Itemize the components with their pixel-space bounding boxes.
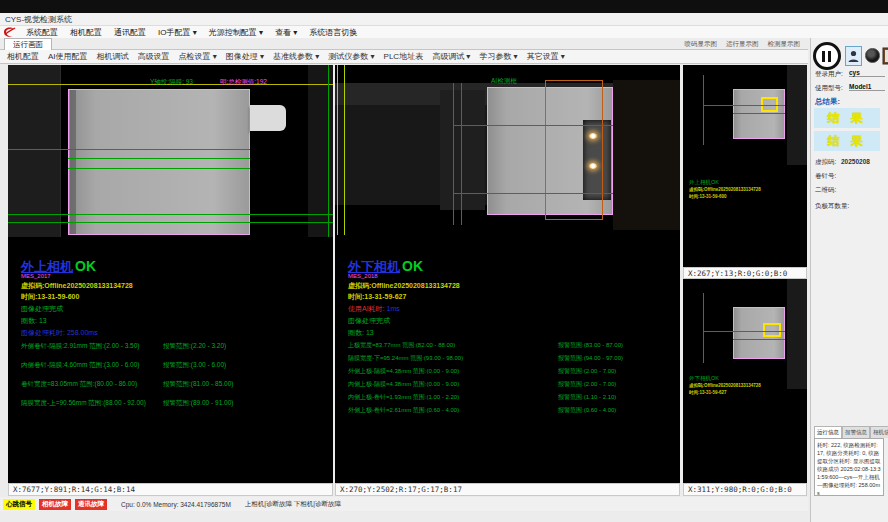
measurement-text: 外侧卷针-隔膜:2.91mm 范围:(2.00 - 3.50) bbox=[21, 342, 163, 351]
measurement-row: 外侧上极-卷针=2.61mm 范围:(0.60 - 4.00)报警范围:(0.6… bbox=[348, 404, 623, 417]
machine-frame-right bbox=[308, 65, 333, 237]
menu-item-light-config[interactable]: 光源控制配置 ▾ bbox=[203, 27, 269, 38]
measure-line bbox=[8, 222, 333, 223]
virtual-code-line: 虚拟码:Offline20250208133134728 bbox=[21, 281, 133, 291]
measure-line bbox=[68, 168, 250, 169]
camera-name: 外下相机 bbox=[348, 259, 400, 274]
toolbar-spot-check[interactable]: 点检设置 ▾ bbox=[179, 51, 217, 62]
upper-camera-thumbnail[interactable]: 外上相机OK 虚拟码:Offline20250208133134728 时间:1… bbox=[683, 65, 807, 267]
toolbar-advanced-settings[interactable]: 高级设置 bbox=[138, 51, 170, 62]
toolbar-ai-config[interactable]: AI使用配置 bbox=[48, 51, 88, 62]
measurement-row: 上极宽度=83.77mm 范围:(82.00 - 88.00)报警范围:(83.… bbox=[348, 339, 623, 352]
toolbar-baseline-params[interactable]: 基准线参数 ▾ bbox=[273, 51, 319, 62]
pause-bar bbox=[828, 51, 831, 62]
app-logo-icon bbox=[3, 27, 16, 38]
hint-detect-display[interactable]: 检测显示图 bbox=[768, 40, 801, 49]
toolbar: 相机配置 AI使用配置 相机调试 高级设置 点检设置 ▾ 图像处理 ▾ 基准线参… bbox=[0, 50, 808, 64]
menu-item-system-config[interactable]: 系统配置 bbox=[20, 27, 64, 38]
measure-line bbox=[8, 214, 333, 215]
measurement-text: 隔膜宽度-下=95.24mm 范围:(93.00 - 98.00) bbox=[348, 354, 558, 363]
measurement-row: 内侧上极-卷针=1.93mm 范围:(1.00 - 2.20)报警范围:(1.1… bbox=[348, 391, 623, 404]
menu-item-language-switch[interactable]: 系统语言切换 bbox=[303, 27, 363, 38]
toolbar-tester-params[interactable]: 测试仪参数 ▾ bbox=[328, 51, 374, 62]
measurement-alarm: 报警范围:(2.00 - 7.00) bbox=[558, 380, 616, 389]
image-label-green: Y轴投:隔膜: 93 bbox=[150, 78, 193, 87]
measure-line bbox=[733, 339, 785, 340]
pause-bar bbox=[822, 51, 825, 62]
measurement-row: 隔膜宽度-下=95.24mm 范围:(93.00 - 98.00)报警范围:(9… bbox=[348, 352, 623, 365]
measure-line-vertical bbox=[453, 83, 454, 225]
measurement-text: 外侧上极-卷针=2.61mm 范围:(0.60 - 4.00) bbox=[348, 406, 558, 415]
edge-line-yellow bbox=[344, 65, 345, 235]
menu-item-comm-config[interactable]: 通讯配置 bbox=[108, 27, 152, 38]
toolbar-learning-params[interactable]: 学习参数 ▾ bbox=[479, 51, 517, 62]
measurement-text: 卷针宽度=83.05mm 范围:(80.00 - 86.00) bbox=[21, 380, 163, 389]
measurement-row: 内侧上极-隔膜=4.38mm 范围:(0.00 - 9.00)报警范围:(2.0… bbox=[348, 378, 623, 391]
virtual-code-value: 20250208 bbox=[841, 158, 870, 165]
toolbar-image-processing[interactable]: 图像处理 ▾ bbox=[226, 51, 264, 62]
lens-button[interactable] bbox=[865, 48, 880, 63]
measure-line bbox=[453, 125, 613, 126]
menu-item-io-config[interactable]: IO手配置 ▾ bbox=[152, 27, 203, 38]
camera-name: 外上相机 bbox=[21, 259, 73, 274]
hint-code-display[interactable]: 喷码显示图 bbox=[685, 40, 718, 49]
measure-line bbox=[453, 193, 613, 194]
measurement-text: 内侧上极-卷针=1.93mm 范围:(1.00 - 2.20) bbox=[348, 393, 558, 402]
upper-camera-coords: X:7677;Y:891;R:14;G:14;B:14 bbox=[8, 483, 333, 496]
exit-button[interactable] bbox=[882, 46, 888, 65]
log-tab-camera-info[interactable]: 相机信息 bbox=[870, 426, 888, 438]
machine-frame bbox=[787, 65, 807, 165]
result-badge-lower: 结 果 bbox=[814, 131, 880, 151]
ai-cost-value: 1ms bbox=[387, 305, 400, 312]
toolbar-camera-debug[interactable]: 相机调试 bbox=[97, 51, 129, 62]
window-title: CYS-视觉检测系统 bbox=[5, 14, 72, 25]
tab-run-screen[interactable]: 运行画面 bbox=[4, 38, 52, 50]
pin-number-label: 卷针号: bbox=[815, 172, 836, 181]
mes-line: MES_2018 bbox=[348, 273, 378, 279]
menu-item-camera-config[interactable]: 相机配置 bbox=[64, 27, 108, 38]
virtual-code-line: 虚拟码:Offline20250208133134728 bbox=[348, 281, 460, 291]
menu-item-view[interactable]: 查看 ▾ bbox=[269, 27, 303, 38]
hint-run-display[interactable]: 运行显示图 bbox=[726, 40, 759, 49]
log-tab-run-info[interactable]: 运行信息 bbox=[814, 426, 842, 438]
pause-button[interactable] bbox=[813, 42, 841, 70]
login-user-value: cys bbox=[849, 69, 885, 77]
tab-strip: 运行画面 喷码显示图 运行显示图 检测显示图 bbox=[0, 38, 808, 50]
mes-line: MES_2017 bbox=[21, 273, 51, 279]
model-value: Model1 bbox=[849, 83, 885, 91]
result-ok-badge: OK bbox=[75, 258, 96, 274]
camera-fault-badge: 相机故障 bbox=[39, 499, 71, 510]
log-tab-alarm-info[interactable]: 报警信息 bbox=[842, 426, 870, 438]
toolbar-camera-config[interactable]: 相机配置 bbox=[7, 51, 39, 62]
tab-run-screen-label: 运行画面 bbox=[13, 40, 43, 50]
measurement-row: 外侧卷针-隔膜:2.91mm 范围:(2.00 - 3.50)报警范围:(2.2… bbox=[21, 337, 233, 356]
toolbar-other-settings[interactable]: 其它设置 ▾ bbox=[527, 51, 565, 62]
user-login-button[interactable] bbox=[845, 46, 862, 66]
qr-code-label: 二维码: bbox=[815, 186, 836, 195]
lower-thumbnail-coords: X:311;Y:980;R:0;G:0;B:0 bbox=[683, 483, 807, 496]
turns-line: 圈数: 13 bbox=[21, 316, 47, 326]
log-output[interactable]: 耗时: 222, 纹路检测耗时: 17, 纹路分类耗时: 0, 纹路提取分区耗时… bbox=[814, 438, 884, 496]
measurement-text: 上极宽度=83.77mm 范围:(82.00 - 88.00) bbox=[348, 341, 558, 350]
highlight-box bbox=[763, 323, 781, 337]
upper-camera-view[interactable]: Y轴投:隔膜: 93 明:总检测值:192 外上相机OK MES_2017 虚拟… bbox=[8, 65, 333, 483]
camera-diagnostic-status: 上相机|诊断故障 下相机|诊断故障 bbox=[245, 500, 341, 509]
lower-camera-thumbnail[interactable]: 外下相机OK 虚拟码:Offline20250208133134728 时间:1… bbox=[683, 279, 807, 483]
ai-detection-box bbox=[545, 80, 603, 220]
model-label: 使用型号: bbox=[815, 84, 843, 93]
machine-frame bbox=[787, 279, 807, 389]
window-title-bar: CYS-视觉检测系统 bbox=[0, 13, 888, 26]
toolbar-advanced-debug[interactable]: 高级调试 ▾ bbox=[432, 51, 470, 62]
thumb-title: 外下相机OK bbox=[689, 375, 719, 382]
thumb-time-line: 时间:13-31-59-627 bbox=[689, 390, 727, 395]
measurement-alarm: 报警范围:(3.00 - 6.00) bbox=[163, 361, 226, 370]
lower-camera-view[interactable]: AI检测框 外下相机OK MES_2018 虚拟码:Offline2025020… bbox=[335, 65, 680, 483]
exit-door-icon bbox=[882, 47, 888, 65]
measurement-alarm: 报警范围:(81.00 - 85.00) bbox=[163, 380, 233, 389]
measurement-alarm: 报警范围:(83.00 - 87.00) bbox=[558, 341, 623, 350]
thumb-time-line: 时间:13-31-59-600 bbox=[689, 194, 727, 199]
heartbeat-status-badge: 心跳信号 bbox=[3, 499, 35, 510]
cpu-memory-status: Cpu: 0.0% Memory: 3424.41796875M bbox=[121, 501, 231, 508]
toolbar-plc-address[interactable]: PLC地址表 bbox=[384, 51, 424, 62]
machine-frame-left bbox=[8, 65, 61, 237]
